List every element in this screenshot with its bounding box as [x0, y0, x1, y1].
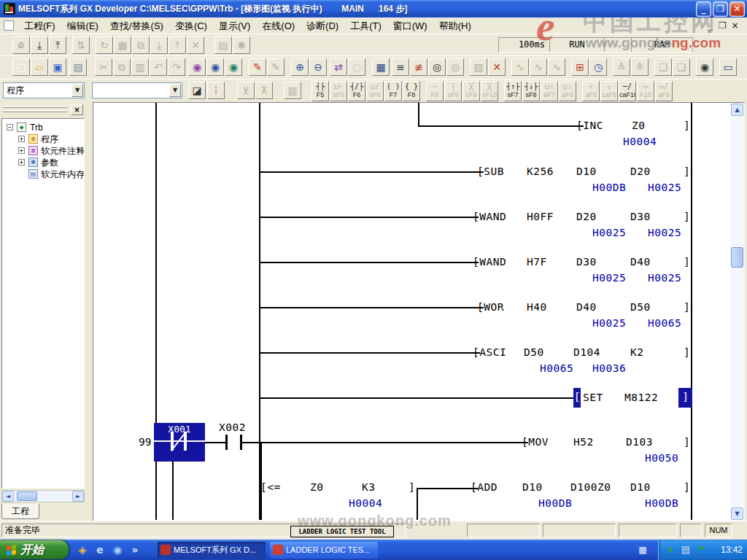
fkey-falling-pulse-button[interactable]: ┤↓├sF8 [522, 81, 540, 101]
scrollbar-thumb[interactable] [731, 247, 743, 268]
task-ladder-logic-test[interactable]: LADDER LOGIC TES... [270, 542, 378, 559]
scroll-right-icon[interactable]: ► [72, 491, 84, 502]
mdi-child-icon[interactable] [4, 20, 14, 31]
tree-item-parameter[interactable]: +✱参数 [2, 157, 85, 168]
taskbar-clock[interactable]: 13:42 [721, 545, 743, 555]
minimize-button[interactable]: _ [696, 1, 711, 17]
dock-grip[interactable] [3, 106, 67, 108]
monitor-write-mode-button[interactable]: ◉ [206, 58, 224, 76]
quick-launch-app-1[interactable]: ◈ [76, 543, 89, 556]
mdi-close-icon[interactable]: × [729, 20, 741, 31]
scroll-left-icon[interactable]: ◄ [2, 491, 14, 502]
editor-vertical-scrollbar[interactable]: ▲ ▼ [730, 102, 745, 521]
device-monitor-button[interactable]: ◎ [428, 58, 446, 76]
menu-view[interactable]: 显示(V) [213, 18, 256, 34]
buffer-memory-monitor-button[interactable]: ◷ [589, 58, 607, 76]
edit-mode-button[interactable]: ✎ [249, 58, 266, 76]
panel-close-icon[interactable]: × [71, 104, 83, 115]
fkey-label: sF9 [445, 91, 461, 99]
status-field-4 [680, 524, 702, 537]
menu-window[interactable]: 窗口(W) [387, 18, 433, 34]
find-toolbar: 100msRUNRAM ⌾⤓⤒⇅↻▦⧉⤓⤒✕▤✱ [0, 34, 747, 55]
find-find-next-down-button[interactable]: ⤓ [31, 36, 48, 54]
zoom-in-button[interactable]: ⊕ [291, 58, 309, 76]
fkey-symbol: ⊔⊦ [330, 82, 347, 91]
mdi-minimize-icon[interactable]: _ [704, 20, 716, 31]
fkey-open-contact-button[interactable]: ┤├F5 [311, 81, 329, 101]
scrollbar-thumb[interactable] [17, 491, 37, 501]
scroll-up-icon[interactable]: ▲ [731, 104, 743, 116]
sfc-view-button[interactable]: ≢ [410, 58, 427, 76]
keyboard-layout-icon[interactable]: ▦ [633, 544, 652, 556]
save-project-button[interactable]: ▣ [49, 58, 66, 76]
monitor-mode-button[interactable]: ◉ [188, 58, 206, 76]
plc-memory-target: RAM [632, 38, 693, 52]
tray-disk-icon[interactable]: ▤ [680, 543, 692, 556]
transfer-setup-button[interactable]: ⇄ [330, 58, 347, 76]
fkey-symbol: ↑ [583, 82, 599, 91]
plc-status-panel: 100msRUNRAM [498, 37, 694, 52]
tree-root-trb[interactable]: −◆Trb [2, 122, 85, 133]
tree-root-label: Trb [30, 122, 43, 133]
menu-tools[interactable]: 工具(T) [344, 18, 387, 34]
menu-help[interactable]: 帮助(H) [433, 18, 477, 34]
mdi-restore-icon[interactable]: ❐ [716, 20, 729, 31]
find-find-button[interactable]: ⌾ [12, 36, 30, 54]
ladder-view-button[interactable]: ▦ [372, 58, 390, 76]
menu-project[interactable]: 工程(F) [18, 18, 61, 34]
program-combo[interactable]: 程序 ▼ [3, 82, 85, 98]
chevron-down-icon[interactable]: ▼ [169, 84, 181, 97]
fkey-invert-operation-button[interactable]: ─/caF10 [619, 81, 636, 101]
tray-antivirus-icon[interactable]: ☂ [695, 543, 707, 556]
fkey-coil-button[interactable]: ( )F7 [384, 81, 402, 101]
scroll-down-icon[interactable]: ▼ [731, 508, 743, 520]
tab-project[interactable]: 工程 [1, 504, 39, 519]
find-replace-button: ↻ [96, 36, 113, 54]
restore-button[interactable]: ❐ [713, 1, 728, 17]
device-batch-monitor-button[interactable]: ⊞ [571, 58, 589, 76]
fkey-closed-contact-button[interactable]: ┤/├F6 [348, 81, 365, 101]
close-button[interactable]: ✕ [729, 1, 745, 17]
menu-edit[interactable]: 编辑(E) [61, 18, 104, 34]
quick-launch-more-icon[interactable]: » [128, 543, 142, 556]
start-button[interactable]: 开始 [0, 540, 69, 559]
ladder-comment-display-button[interactable]: ◪ [188, 82, 206, 99]
expand-icon[interactable]: + [18, 147, 25, 154]
main-toolbar: □▱▣▤✂⧉▥↶↷◉◉◉✎✎⊕⊖⇄◌▦≡≢◎◎▧✕∿∿∿⊞◷≙≙❏❏◉▭ [0, 55, 747, 79]
monitor-condition-button[interactable]: ▭ [719, 58, 737, 76]
quick-launch-app-2[interactable]: ◉ [111, 543, 124, 556]
expand-icon[interactable]: + [18, 136, 25, 142]
ladder-editor-canvas[interactable] [93, 102, 730, 521]
tray-status-icon[interactable]: ➤ [665, 543, 676, 556]
ladder-project-tree-toggle-button[interactable]: ⫶ [207, 82, 225, 99]
device-combo[interactable]: ▼ [92, 82, 182, 98]
fkey-symbol: ╳ [463, 82, 479, 91]
expand-collapse-icon[interactable]: − [7, 124, 13, 131]
menu-find-replace[interactable]: 查找/替换(S) [104, 18, 169, 34]
fkey-rising-pulse-button[interactable]: ┤↑├sF7 [504, 81, 522, 101]
tree-item-device-memory[interactable]: ▤软元件内存 [2, 168, 85, 180]
tree-horizontal-scrollbar[interactable]: ◄ ► [1, 490, 85, 502]
tree-item-device-comment[interactable]: +≣软元件注释 [2, 145, 85, 157]
find-find-next-up-button[interactable]: ⤒ [49, 36, 66, 54]
monitor-stop-button[interactable]: ✕ [488, 58, 506, 76]
chevron-down-icon[interactable]: ▼ [71, 84, 83, 97]
menu-convert[interactable]: 变换(C) [169, 18, 213, 34]
fkey-label: caF5 [601, 91, 617, 99]
tree-item-program[interactable]: +≣程序 [2, 133, 85, 145]
task-gx-developer[interactable]: MELSOFT系列 GX D... [158, 542, 266, 559]
new-project-button[interactable]: □ [12, 58, 30, 76]
ladder-logic-test-tool-window[interactable]: LADDER LOGIC TEST TOOL [290, 526, 394, 537]
fkey-application-instruction-button[interactable]: { }F8 [403, 81, 420, 101]
remote-operation-button[interactable]: ◉ [696, 58, 713, 76]
zoom-out-button[interactable]: ⊖ [309, 58, 327, 76]
open-project-button[interactable]: ▱ [31, 58, 48, 76]
monitor-start-button[interactable]: ◉ [225, 58, 242, 76]
menu-online[interactable]: 在线(O) [256, 18, 301, 34]
dock-grip[interactable] [3, 110, 67, 112]
expand-icon[interactable]: + [18, 159, 25, 166]
menu-diagnostics[interactable]: 诊断(D) [301, 18, 344, 34]
instruction-list-button[interactable]: ≡ [392, 58, 409, 76]
quick-launch-internet-explorer[interactable]: e [93, 543, 107, 556]
print-button[interactable]: ▤ [69, 58, 87, 76]
